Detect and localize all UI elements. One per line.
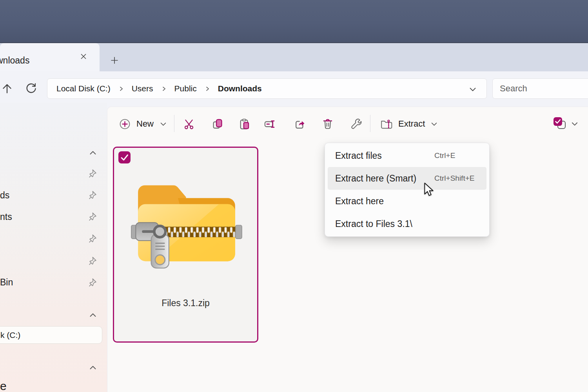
search-box xyxy=(492,78,588,99)
file-checkbox[interactable] xyxy=(118,151,131,163)
rename-icon xyxy=(263,118,276,130)
tools-button[interactable] xyxy=(347,115,364,132)
chevron-up-icon[interactable] xyxy=(88,148,98,158)
checkmark-icon xyxy=(118,151,131,163)
menu-item-label: Extract here xyxy=(335,196,384,207)
selection-options-button[interactable] xyxy=(553,116,582,131)
close-icon[interactable] xyxy=(77,50,90,63)
extract-button[interactable]: Extract xyxy=(377,115,438,133)
paste-button[interactable] xyxy=(236,115,253,132)
share-button[interactable] xyxy=(291,115,309,132)
menu-item-extract-here[interactable]: Extract here xyxy=(328,190,486,212)
desktop-wallpaper xyxy=(0,0,588,43)
menu-item-extract-here-smart[interactable]: Extract here (Smart) Ctrl+Shift+E xyxy=(328,167,486,190)
breadcrumb-item-downloads[interactable]: Downloads xyxy=(216,84,264,93)
file-card-zip[interactable]: Files 3.1.zip xyxy=(113,147,258,343)
search-input[interactable] xyxy=(493,79,588,98)
chevron-up-icon[interactable] xyxy=(88,310,98,320)
menu-item-extract-to-folder[interactable]: Extract to Files 3.1\ xyxy=(328,212,486,235)
new-button-label: New xyxy=(136,119,154,129)
sidebar-item-recycle-bin[interactable]: Bin xyxy=(0,277,13,288)
file-name: Files 3.1.zip xyxy=(114,298,257,309)
chevron-down-icon[interactable] xyxy=(468,85,477,94)
plus-circle-icon xyxy=(119,118,131,130)
toolbar-divider xyxy=(370,115,370,132)
breadcrumb: Local Disk (C:) Users Public Downloads xyxy=(47,78,487,99)
content-panel: New xyxy=(107,107,588,392)
pin-icon[interactable] xyxy=(88,168,98,178)
sidebar-item-bottom[interactable]: e xyxy=(0,379,7,392)
breadcrumb-item-users[interactable]: Users xyxy=(129,84,156,93)
breadcrumb-chevron-icon xyxy=(199,86,216,92)
zip-folder-icon xyxy=(130,170,243,269)
tab-downloads[interactable]: wnloads xyxy=(0,43,100,71)
files-app-window: wnloads Local Disk (C:) Users Public xyxy=(0,0,588,392)
menu-shortcut: Ctrl+E xyxy=(434,151,455,160)
refresh-icon[interactable] xyxy=(23,80,39,97)
toolbar-divider xyxy=(174,115,174,132)
extract-button-label: Extract xyxy=(398,119,425,129)
menu-shortcut: Ctrl+Shift+E xyxy=(434,174,474,183)
extract-folder-icon xyxy=(380,118,393,129)
new-tab-icon[interactable] xyxy=(108,54,121,67)
menu-item-label: Extract here (Smart) xyxy=(335,173,416,184)
chevron-down-icon xyxy=(571,120,579,128)
rename-button[interactable] xyxy=(261,115,278,132)
breadcrumb-item-drive[interactable]: Local Disk (C:) xyxy=(54,84,113,93)
sidebar-item-downloads[interactable]: ds xyxy=(0,190,9,201)
breadcrumb-chevron-icon xyxy=(113,86,129,92)
breadcrumb-item-public[interactable]: Public xyxy=(172,84,199,93)
cut-button[interactable] xyxy=(180,115,198,132)
select-all-icon xyxy=(553,117,567,131)
drive-label: k (C:) xyxy=(0,330,20,340)
chevron-up-icon[interactable] xyxy=(88,363,98,373)
delete-button[interactable] xyxy=(319,115,336,132)
copy-button[interactable] xyxy=(209,115,226,132)
up-arrow-icon[interactable] xyxy=(0,80,15,97)
share-icon xyxy=(294,118,306,130)
menu-item-label: Extract files xyxy=(335,151,382,161)
delete-icon xyxy=(322,118,334,130)
chevron-down-icon xyxy=(160,120,167,128)
pin-icon[interactable] xyxy=(88,277,98,287)
chevron-down-icon xyxy=(430,120,438,128)
tab-title: wnloads xyxy=(0,55,29,66)
cut-icon xyxy=(183,118,195,130)
new-button[interactable]: New xyxy=(115,114,174,134)
cursor-arrow-icon xyxy=(423,183,435,198)
sidebar-item-local-disk[interactable]: k (C:) xyxy=(0,326,102,344)
menu-item-extract-files[interactable]: Extract files Ctrl+E xyxy=(328,144,486,167)
sidebar-item-documents[interactable]: nts xyxy=(0,212,12,222)
paste-icon xyxy=(238,118,250,130)
sidebar: ds nts Bin k (C:) e xyxy=(0,103,107,392)
tools-icon xyxy=(350,118,362,130)
menu-item-label: Extract to Files 3.1\ xyxy=(335,219,412,229)
pin-icon[interactable] xyxy=(88,256,98,266)
pin-icon[interactable] xyxy=(88,211,98,221)
breadcrumb-chevron-icon xyxy=(156,86,172,92)
pin-icon[interactable] xyxy=(88,233,98,243)
extract-menu: Extract files Ctrl+E Extract here (Smart… xyxy=(325,143,490,237)
tab-bar: wnloads xyxy=(0,43,588,71)
copy-icon xyxy=(212,118,223,130)
pin-icon[interactable] xyxy=(88,190,98,200)
